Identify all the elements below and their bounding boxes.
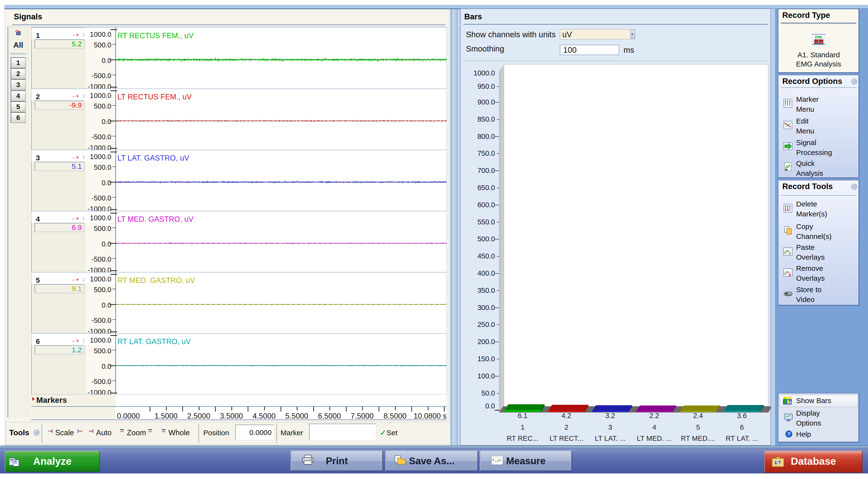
svg-text:+: + <box>788 252 791 255</box>
svg-text:↺: ↺ <box>853 79 856 83</box>
svg-text:↺: ↺ <box>853 185 856 189</box>
svg-text:EMG: EMG <box>815 35 822 40</box>
svg-text:?: ? <box>787 431 790 437</box>
svg-text:x x: x x <box>785 208 789 212</box>
svg-text:↺: ↺ <box>35 431 38 435</box>
svg-text:x: x <box>788 272 791 277</box>
